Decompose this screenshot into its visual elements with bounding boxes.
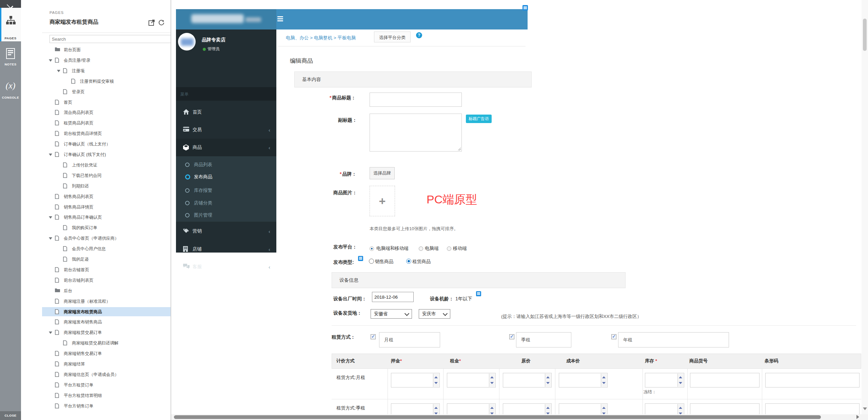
tree-item[interactable]: 会员中心首页（申请供应商） bbox=[42, 234, 184, 243]
tree-item[interactable]: 前台店铺列表页 bbox=[42, 276, 184, 285]
product-title-input[interactable] bbox=[370, 93, 462, 107]
stepper-icon[interactable] bbox=[433, 374, 439, 387]
tree-item[interactable]: 订单确认页 (线下支付) bbox=[42, 150, 184, 159]
age-note-icon[interactable] bbox=[476, 291, 481, 296]
table-cell-input[interactable] bbox=[503, 373, 552, 387]
choose-category-button[interactable]: 选择平台分类 bbox=[374, 32, 411, 42]
tree-item[interactable]: 平台方租赁订单 bbox=[42, 380, 184, 389]
rail-item-notes[interactable]: NOTES bbox=[0, 47, 21, 68]
expand-caret-icon[interactable] bbox=[49, 154, 52, 156]
tree-item[interactable]: 上传付款凭证 bbox=[42, 160, 184, 169]
vscroll-down-arrow[interactable] bbox=[863, 407, 867, 410]
rent-name-input-0[interactable]: 月租 bbox=[379, 332, 440, 347]
tree-item[interactable]: 订单确认页（线上支付） bbox=[42, 139, 184, 148]
page-note-icon[interactable] bbox=[522, 5, 528, 11]
tree-item[interactable]: 销售商品订单确认页 bbox=[42, 213, 184, 222]
vscrollbar-track[interactable] bbox=[862, 0, 868, 414]
image-upload-box[interactable]: + bbox=[370, 186, 395, 216]
sidebar-menu-shop[interactable]: 店铺‹ bbox=[176, 240, 276, 258]
tree-item[interactable]: 前台租赁商品详情页 bbox=[42, 129, 184, 138]
expand-caret-icon[interactable] bbox=[49, 59, 52, 62]
tree-item[interactable]: 销售商品详情页 bbox=[42, 202, 184, 212]
submenu-item[interactable]: 店铺分类 bbox=[176, 198, 276, 208]
platform-radio-1[interactable] bbox=[419, 246, 423, 251]
tree-item[interactable]: 我的足迹 bbox=[42, 255, 184, 264]
rent-checkbox-0-checked[interactable] bbox=[371, 334, 376, 339]
table-cell-input[interactable] bbox=[447, 373, 496, 387]
hamburger-icon[interactable] bbox=[277, 16, 283, 21]
tree-item[interactable]: 平台方租赁结算明细 bbox=[42, 391, 184, 400]
tree-item-selected[interactable]: 商家端发布租赁商品 bbox=[42, 307, 184, 316]
table-cell-input[interactable] bbox=[690, 373, 760, 387]
rent-checkbox-2-checked[interactable] bbox=[611, 334, 616, 339]
expand-caret-icon[interactable] bbox=[49, 216, 52, 219]
tree-item[interactable]: 注册项 bbox=[42, 66, 184, 75]
hscrollbar-thumb[interactable] bbox=[174, 415, 821, 419]
sidebar-menu-home[interactable]: 首页 bbox=[176, 103, 276, 121]
stepper-icon[interactable] bbox=[677, 374, 684, 387]
breadcrumb-link[interactable]: 电脑整机 bbox=[314, 35, 332, 40]
subtitle-textarea[interactable] bbox=[370, 114, 462, 152]
tree-item[interactable]: 到期归还 bbox=[42, 181, 184, 191]
resize-handle[interactable] bbox=[458, 147, 461, 151]
rent-name-input-1[interactable]: 季租 bbox=[516, 332, 571, 347]
rail-item-pages[interactable]: PAGES bbox=[0, 8, 21, 41]
platform-radio-0-selected[interactable] bbox=[370, 246, 374, 251]
expand-caret-icon[interactable] bbox=[57, 70, 60, 72]
tree-item[interactable]: 商家端信息页（申请成会员） bbox=[42, 370, 184, 379]
table-cell-input[interactable] bbox=[645, 373, 684, 387]
province-select[interactable]: 安徽省 bbox=[371, 309, 412, 319]
tree-item[interactable]: 会员中心用户信息 bbox=[42, 244, 184, 253]
type-radio-1-selected[interactable] bbox=[406, 259, 411, 264]
tree-item[interactable]: 租赁商品列表页 bbox=[42, 118, 184, 127]
expand-caret-icon[interactable] bbox=[49, 237, 52, 240]
tree-item[interactable]: 商家端租赁交易订单 bbox=[42, 328, 184, 337]
tree-item[interactable]: 登录页 bbox=[42, 87, 184, 96]
rail-item-console[interactable]: (x) CONSOLE bbox=[0, 81, 21, 101]
table-cell-input[interactable] bbox=[765, 373, 860, 387]
tree-item[interactable]: 销售商品列表页 bbox=[42, 192, 184, 201]
help-icon[interactable]: ? bbox=[416, 32, 422, 38]
type-note-icon[interactable] bbox=[358, 256, 363, 261]
tree-item[interactable]: 我的购买订单 bbox=[42, 223, 184, 232]
choose-brand-button[interactable]: 选择品牌 bbox=[370, 167, 395, 179]
expand-caret-icon[interactable] bbox=[49, 332, 52, 334]
vscrollbar-thumb[interactable] bbox=[863, 19, 867, 51]
tree-item[interactable]: 后台 bbox=[42, 286, 184, 295]
sidebar-menu-products[interactable]: 商品‹ bbox=[176, 139, 276, 156]
tree-item[interactable]: 平台方销售订单 bbox=[42, 401, 184, 411]
tree-item[interactable]: 前台页面 bbox=[42, 45, 184, 54]
submenu-item[interactable]: 库存报警 bbox=[176, 185, 276, 196]
tree-item[interactable]: 混合商品列表页 bbox=[42, 108, 184, 117]
tree-item[interactable]: 会员注册/登录 bbox=[42, 56, 184, 65]
city-select[interactable]: 安庆市 bbox=[419, 309, 450, 319]
collapse-tab[interactable] bbox=[0, 0, 21, 8]
close-panel-button[interactable]: CLOSE bbox=[0, 411, 21, 420]
hscroll-right-arrow[interactable] bbox=[856, 415, 859, 419]
submenu-item[interactable]: 商品列表 bbox=[176, 160, 276, 170]
submenu-item[interactable]: 图片管理 bbox=[176, 210, 276, 220]
tree-item[interactable]: 商家端结算 bbox=[42, 359, 184, 368]
sidebar-menu-trade[interactable]: 交易‹ bbox=[176, 121, 276, 139]
table-cell-input[interactable] bbox=[559, 373, 608, 387]
tree-item[interactable]: 下载已签约合同 bbox=[42, 171, 184, 180]
table-cell-input[interactable] bbox=[391, 373, 440, 387]
tree-item[interactable]: 商家端租赁交易归还调解 bbox=[42, 338, 184, 347]
breadcrumb-link[interactable]: 平板电脑 bbox=[337, 35, 356, 40]
rent-name-input-2[interactable]: 年租 bbox=[618, 332, 729, 347]
stepper-icon[interactable] bbox=[601, 374, 607, 387]
breadcrumb-link[interactable]: 电脑、办公 bbox=[286, 35, 309, 40]
factory-date-input[interactable] bbox=[372, 292, 414, 302]
type-radio-0[interactable] bbox=[369, 259, 374, 264]
tree-item[interactable]: 注册资料提交审核 bbox=[42, 77, 184, 86]
sidebar-menu-marketing[interactable]: 营销‹ bbox=[176, 222, 276, 240]
rent-checkbox-1-checked[interactable] bbox=[509, 334, 514, 339]
submenu-item-active[interactable]: 发布商品 bbox=[176, 172, 276, 182]
stepper-icon[interactable] bbox=[545, 374, 551, 387]
tree-item[interactable]: 商家端销售交易订单 bbox=[42, 349, 184, 358]
platform-radio-2[interactable] bbox=[447, 246, 451, 251]
tree-item[interactable]: 前台店铺首页 bbox=[42, 265, 184, 274]
tree-item[interactable]: 商家端注册（标准流程） bbox=[42, 297, 184, 306]
stepper-icon[interactable] bbox=[489, 374, 495, 387]
tree-item[interactable]: 首页 bbox=[42, 98, 184, 107]
